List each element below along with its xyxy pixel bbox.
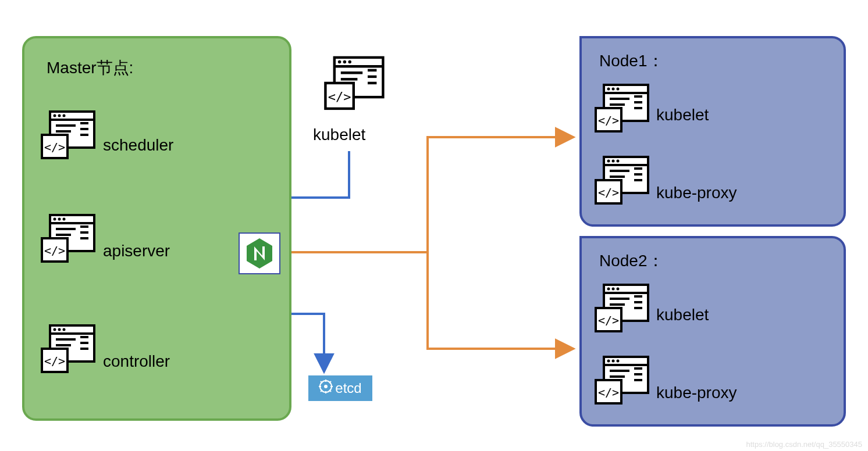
scheduler-label: scheduler [103,136,173,155]
svg-text:</>: </> [598,185,619,199]
node1-title: Node1： [599,50,664,72]
svg-point-26 [54,328,56,331]
code-window-icon: </> [593,83,652,135]
code-window-icon: </> [40,213,98,265]
code-window-icon: </> [593,355,652,407]
arrow-nginx-to-node2 [428,252,574,349]
controller-label: controller [103,352,170,371]
svg-point-86 [612,288,615,291]
nginx-hexagon-icon [245,237,274,270]
node2-kubelet-component: </> [593,282,652,337]
etcd-label: etcd [335,380,361,396]
node1-box: Node1： </> kubelet </> k [579,36,846,227]
svg-point-38 [338,60,341,64]
master-node-box: Master节点: </> scheduler </> [22,36,291,421]
code-window-icon: </> [40,323,98,375]
svg-text:</>: </> [328,90,351,104]
node2-title: Node2： [599,250,664,272]
scheduler-component: </> [40,109,98,164]
code-window-icon: </> [593,155,652,207]
nginx-box [239,232,280,274]
node2-kubeproxy-label: kube-proxy [656,384,737,402]
svg-point-85 [607,288,610,291]
master-title: Master节点: [47,57,133,79]
code-window-icon: </> [40,109,98,162]
code-window-icon: </> [323,55,387,113]
svg-point-40 [348,60,351,64]
svg-point-99 [617,360,620,363]
svg-point-63 [617,88,620,91]
svg-point-50 [324,385,328,388]
svg-point-87 [617,288,620,291]
svg-point-28 [63,328,66,331]
svg-point-15 [58,218,61,221]
svg-point-3 [58,114,61,117]
svg-point-73 [607,160,610,163]
node2-box: Node2： </> kubelet </> k [579,236,846,427]
svg-point-98 [612,360,615,363]
svg-text:</>: </> [44,140,65,154]
apiserver-component: </> [40,213,98,267]
svg-point-14 [54,218,56,221]
center-kubelet-component: </> [323,55,387,115]
code-window-icon: </> [593,282,652,335]
svg-text:</>: </> [44,244,65,257]
svg-text:</>: </> [598,113,619,127]
svg-point-97 [607,360,610,363]
apiserver-label: apiserver [103,242,170,260]
svg-point-4 [63,114,66,117]
svg-point-2 [54,114,56,117]
watermark-text: https://blog.csdn.net/qq_35550345 [746,440,863,449]
arrow-nginx-to-node1 [282,137,574,252]
svg-point-75 [617,160,620,163]
node1-kubeproxy-label: kube-proxy [656,184,737,202]
etcd-box: etcd [308,375,372,401]
node2-kubelet-label: kubelet [656,306,709,324]
node1-kubelet-label: kubelet [656,106,709,124]
node1-kubelet-component: </> [593,83,652,137]
svg-text:</>: </> [598,385,619,399]
svg-point-16 [63,218,66,221]
node1-kubeproxy-component: </> [593,155,652,209]
center-kubelet-label: kubelet [313,126,365,144]
svg-point-61 [607,88,610,91]
svg-point-27 [58,328,61,331]
svg-text:</>: </> [44,354,65,368]
controller-component: </> [40,323,98,378]
svg-point-62 [612,88,615,91]
svg-point-74 [612,160,615,163]
svg-point-39 [343,60,347,64]
gear-icon [319,380,333,397]
node2-kubeproxy-component: </> [593,355,652,409]
svg-text:</>: </> [598,313,619,327]
